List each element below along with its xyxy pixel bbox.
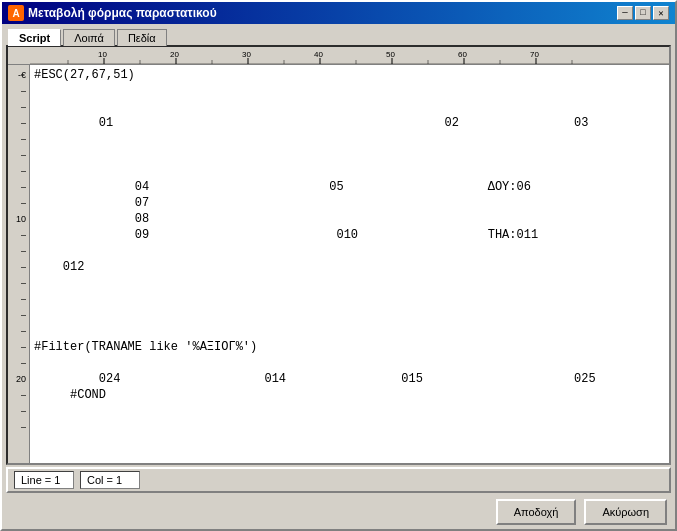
cancel-button[interactable]: Ακύρωση xyxy=(584,499,667,525)
svg-text:10: 10 xyxy=(98,50,107,59)
content-editor[interactable]: #ESC(27,67,51) 01 02 03 04 05 ΔΟΥ:06 07 … xyxy=(30,65,669,463)
line-num-5: – xyxy=(8,131,29,147)
tabs-bar: Script Λοιπά Πεδία xyxy=(2,24,675,45)
line-num-6: – xyxy=(8,147,29,163)
line-num-18: – xyxy=(8,339,29,355)
line-num-23: – xyxy=(8,419,29,435)
line-num-12: – xyxy=(8,243,29,259)
line-num-11: – xyxy=(8,227,29,243)
line-num-4: – xyxy=(8,115,29,131)
editor-container: // Will be rendered statically below 10 … xyxy=(6,45,671,465)
line-num-16: – xyxy=(8,307,29,323)
svg-text:70: 70 xyxy=(530,50,539,59)
ruler: // Will be rendered statically below 10 … xyxy=(8,47,669,65)
maximize-button[interactable]: □ xyxy=(635,6,651,20)
tab-loipa[interactable]: Λοιπά xyxy=(63,29,115,46)
line-num-3: – xyxy=(8,99,29,115)
line-num-10: 10 xyxy=(8,211,29,227)
line-num-19: – xyxy=(8,355,29,371)
line-num-14: – xyxy=(8,275,29,291)
button-bar: Αποδοχή Ακύρωση xyxy=(2,495,675,529)
line-status: Line = 1 xyxy=(14,471,74,489)
line-num-20: 20 xyxy=(8,371,29,387)
line-num-1: -€ xyxy=(8,67,29,83)
line-num-22: – xyxy=(8,403,29,419)
line-num-7: – xyxy=(8,163,29,179)
ruler-svg: // Will be rendered statically below 10 … xyxy=(30,47,669,64)
accept-button[interactable]: Αποδοχή xyxy=(496,499,577,525)
tab-script[interactable]: Script xyxy=(8,29,61,46)
line-num-21: – xyxy=(8,387,29,403)
line-num-13: – xyxy=(8,259,29,275)
app-icon: A xyxy=(8,5,24,21)
minimize-button[interactable]: ─ xyxy=(617,6,633,20)
main-window: A Μεταβολή φόρμας παραστατικού ─ □ ✕ Scr… xyxy=(0,0,677,531)
close-button[interactable]: ✕ xyxy=(653,6,669,20)
line-num-9: – xyxy=(8,195,29,211)
line-num-8: – xyxy=(8,179,29,195)
svg-text:30: 30 xyxy=(242,50,251,59)
svg-text:60: 60 xyxy=(458,50,467,59)
status-bar: Line = 1 Col = 1 xyxy=(6,467,671,493)
editor-area: -€ – – – – – – – – 10 – – – – – – – – – … xyxy=(8,65,669,463)
title-controls: ─ □ ✕ xyxy=(617,6,669,20)
svg-text:20: 20 xyxy=(170,50,179,59)
line-num-15: – xyxy=(8,291,29,307)
line-num-2: – xyxy=(8,83,29,99)
col-status: Col = 1 xyxy=(80,471,140,489)
title-bar: A Μεταβολή φόρμας παραστατικού ─ □ ✕ xyxy=(2,2,675,24)
window-title: Μεταβολή φόρμας παραστατικού xyxy=(28,6,217,20)
tab-pedia[interactable]: Πεδία xyxy=(117,29,167,46)
svg-text:40: 40 xyxy=(314,50,323,59)
line-num-17: – xyxy=(8,323,29,339)
svg-text:50: 50 xyxy=(386,50,395,59)
line-numbers: -€ – – – – – – – – 10 – – – – – – – – – … xyxy=(8,65,30,463)
title-bar-left: A Μεταβολή φόρμας παραστατικού xyxy=(8,5,217,21)
